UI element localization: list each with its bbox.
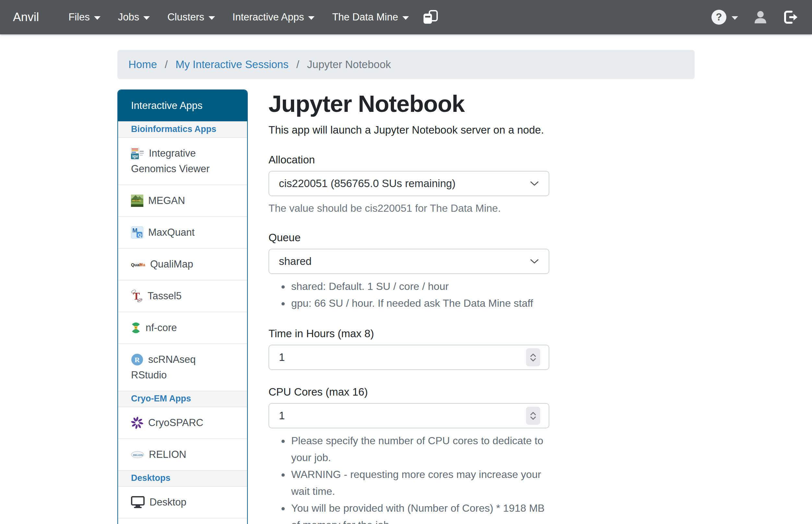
allocation-selected-value: cis220051 (856765.0 SUs remaining) <box>279 177 455 190</box>
help-icon: ? <box>711 10 726 24</box>
nav-data-mine-dropdown[interactable]: The Data Mine <box>323 11 417 23</box>
cryosparc-icon <box>131 417 143 429</box>
rstudio-icon: R <box>131 354 143 366</box>
chevron-up-icon <box>530 411 536 415</box>
svg-text:Q: Q <box>138 232 142 238</box>
allocation-select[interactable]: cis220051 (856765.0 SUs remaining) <box>268 171 549 196</box>
brand-anvil[interactable]: Anvil <box>13 10 39 24</box>
chevron-up-icon <box>530 353 536 357</box>
nav-clusters-label: Clusters <box>167 11 204 23</box>
megan-icon: MEGAN <box>131 195 143 207</box>
cpu-label: CPU Cores (max 16) <box>268 384 549 400</box>
sidebar-item-label: MaxQuant <box>148 227 195 238</box>
section-cryo-em-apps: Cryo-EM Apps <box>118 391 247 407</box>
sidebar-item-megan[interactable]: MEGAN MEGAN <box>118 184 247 216</box>
queue-help-list: shared: Default. 1 SU / core / hour gpu:… <box>268 278 549 312</box>
time-stepper[interactable] <box>526 348 540 366</box>
my-interactive-sessions-button[interactable] <box>422 10 438 24</box>
svg-text:Map: Map <box>139 262 145 267</box>
queue-group: Queue shared shared: Default. 1 SU / cor… <box>268 230 549 312</box>
svg-text:MEGAN: MEGAN <box>132 199 140 202</box>
app-description: This app will launch a Jupyter Notebook … <box>268 122 549 138</box>
cpu-help-item: Please specify the number of CPU cores t… <box>290 432 549 466</box>
sidebar-item-nf-core[interactable]: nf-core <box>118 312 247 343</box>
desktop-icon <box>131 496 145 508</box>
svg-text:R: R <box>135 356 140 364</box>
relion-icon: RELION <box>131 451 144 459</box>
queue-help-item: gpu: 66 SU / hour. If needed ask The Dat… <box>290 295 549 312</box>
nav-files-dropdown[interactable]: Files <box>60 11 109 23</box>
help-dropdown[interactable]: ? <box>711 10 738 24</box>
sidebar-item-qualimap[interactable]: Quali Map QualiMap <box>118 248 247 280</box>
maxquant-icon: M Q <box>131 226 143 239</box>
sidebar-title: Interactive Apps <box>118 90 247 121</box>
queue-select[interactable]: shared <box>268 249 549 274</box>
top-navbar: Anvil Files Jobs Clusters Interactive Ap… <box>0 0 812 34</box>
interactive-apps-sidebar: Interactive Apps Bioinformatics Apps igv <box>117 89 248 524</box>
cpu-value: 1 <box>279 410 285 422</box>
chevron-down-icon <box>530 181 539 186</box>
breadcrumb-current: Jupyter Notebook <box>307 59 391 71</box>
cpu-help-item: WARNING - requesting more cores may incr… <box>290 466 549 500</box>
chevron-down-icon <box>530 259 539 264</box>
chevron-down-icon <box>308 16 315 20</box>
nav-jobs-label: Jobs <box>118 11 139 23</box>
sidebar-item-label: Tassel5 <box>148 290 182 301</box>
nav-files-label: Files <box>68 11 89 23</box>
igv-icon: igv <box>131 148 144 159</box>
nav-jobs-dropdown[interactable]: Jobs <box>109 11 159 23</box>
cpu-help-list: Please specify the number of CPU cores t… <box>268 432 549 524</box>
nav-interactive-apps-dropdown[interactable]: Interactive Apps <box>224 11 324 23</box>
queue-selected-value: shared <box>279 255 312 267</box>
sidebar-item-maxquant[interactable]: M Q MaxQuant <box>118 216 247 248</box>
breadcrumb: Home / My Interactive Sessions / Jupyter… <box>117 50 695 79</box>
qualimap-icon: Quali Map <box>131 260 145 268</box>
sidebar-item-desktop[interactable]: Desktop <box>118 487 247 518</box>
page-title: Jupyter Notebook <box>268 90 549 117</box>
sidebar-item-scrnaseq-rstudio[interactable]: R scRNAseq RStudio <box>118 343 247 391</box>
time-input[interactable]: 1 <box>268 345 549 370</box>
sidebar-item-tassel5[interactable]: T Tassel5 <box>118 280 247 312</box>
nf-core-icon <box>131 321 141 334</box>
time-label: Time in Hours (max 8) <box>268 326 549 341</box>
sidebar-item-windows11[interactable]: Windows11 <box>118 518 247 524</box>
breadcrumb-home-link[interactable]: Home <box>128 59 157 71</box>
sign-out-icon <box>783 10 799 24</box>
tassel5-icon: T <box>131 290 143 302</box>
section-desktops: Desktops <box>118 470 247 487</box>
sidebar-item-cryosparc[interactable]: CryoSPARC <box>118 407 247 438</box>
allocation-label: Allocation <box>268 152 549 168</box>
cpu-help-item: You will be provided with (Number of Cor… <box>290 500 549 524</box>
chevron-down-icon <box>209 16 215 20</box>
cpu-stepper[interactable] <box>526 407 540 425</box>
chevron-down-icon <box>732 16 738 20</box>
sidebar-item-label: QualiMap <box>150 259 193 270</box>
user-button[interactable] <box>753 10 768 24</box>
cpu-group: CPU Cores (max 16) 1 Please specify the … <box>268 384 549 524</box>
cpu-input[interactable]: 1 <box>268 403 549 428</box>
time-group: Time in Hours (max 8) 1 <box>268 326 549 370</box>
windows-stack-icon <box>422 10 438 24</box>
allocation-help-text: The value should be cis220051 for The Da… <box>268 201 549 216</box>
chevron-down-icon <box>530 358 536 362</box>
logout-button[interactable] <box>783 10 799 24</box>
breadcrumb-separator: / <box>165 59 168 71</box>
time-value: 1 <box>279 351 285 363</box>
queue-label: Queue <box>268 230 549 245</box>
chevron-down-icon <box>143 16 150 20</box>
section-bioinformatics-apps: Bioinformatics Apps <box>118 121 247 138</box>
queue-help-item: shared: Default. 1 SU / core / hour <box>290 278 549 295</box>
chevron-down-icon <box>402 16 409 20</box>
nav-clusters-dropdown[interactable]: Clusters <box>159 11 224 23</box>
chevron-down-icon <box>94 16 101 20</box>
nav-data-mine-label: The Data Mine <box>332 11 398 23</box>
nav-interactive-apps-label: Interactive Apps <box>232 11 304 23</box>
sidebar-item-relion[interactable]: RELION RELION <box>118 438 247 470</box>
sidebar-item-label: nf-core <box>146 322 177 333</box>
chevron-down-icon <box>530 416 536 420</box>
svg-text:RELION: RELION <box>133 454 143 457</box>
user-icon <box>753 10 768 24</box>
sidebar-item-igv[interactable]: igv Integrative Genomics Viewer <box>118 138 247 184</box>
sidebar-item-label: RELION <box>149 449 186 460</box>
breadcrumb-sessions-link[interactable]: My Interactive Sessions <box>176 59 288 71</box>
